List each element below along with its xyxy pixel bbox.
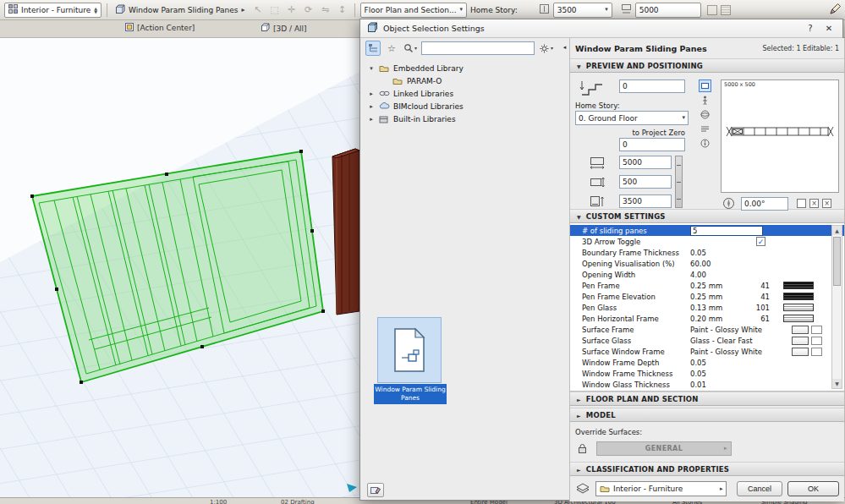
section-model[interactable]: MODEL: [570, 408, 844, 422]
flip-x-option-icon[interactable]: ×: [809, 199, 819, 208]
setting-row[interactable]: Pen Glass0.13 mm101: [570, 302, 844, 313]
pen-swatch[interactable]: [783, 304, 814, 311]
cabinet-object[interactable]: [332, 149, 359, 315]
tree-item[interactable]: ▸Built-in Libraries: [360, 112, 559, 125]
library-search-input[interactable]: [421, 41, 535, 55]
help-button[interactable]: ?: [804, 22, 817, 36]
home-story-dropdown[interactable]: 0. Ground Floor: [575, 111, 689, 125]
arrow-tool-icon[interactable]: ↖: [251, 3, 265, 17]
project-zero-field[interactable]: 0: [619, 138, 685, 151]
tree-expander-icon[interactable]: ▸: [367, 116, 376, 123]
setting-row[interactable]: Window Frame Depth0.05: [570, 357, 844, 368]
mirror-option-box-icon[interactable]: [797, 199, 806, 208]
collapse-pane-button[interactable]: [561, 41, 568, 53]
cancel-button[interactable]: Cancel: [737, 481, 782, 496]
move-tool-icon[interactable]: ✛: [285, 3, 299, 17]
info-button[interactable]: [699, 137, 711, 150]
setting-row[interactable]: Window Glass Thickness0.01: [570, 379, 844, 390]
height-field[interactable]: 3500: [553, 3, 612, 18]
setting-checkbox[interactable]: ✓: [756, 237, 765, 246]
tree-expander-icon[interactable]: ▸: [367, 103, 376, 110]
elevate-tool-icon[interactable]: ↕: [336, 3, 349, 17]
tree-item[interactable]: ▸Linked Libraries: [360, 87, 559, 100]
setting-row[interactable]: # of sliding panes5: [570, 225, 844, 236]
selected-object-label[interactable]: Window Param Sliding Panes: [374, 384, 447, 404]
tree-expander-icon[interactable]: ▸: [367, 90, 376, 97]
scroll-up-icon[interactable]: ▲: [832, 226, 842, 235]
setting-row[interactable]: Pen Frame0.25 mm41: [570, 280, 844, 291]
mirror-tool-icon[interactable]: ⇋: [319, 3, 332, 17]
selected-object-thumbnail[interactable]: [377, 317, 442, 383]
flip-y-option-icon[interactable]: ×: [822, 199, 831, 208]
layer-dropdown[interactable]: Interior - Furniture: [595, 481, 727, 496]
view-mode-front-button[interactable]: [699, 79, 711, 92]
dimension-link-control[interactable]: [675, 156, 683, 208]
sill-field[interactable]: 5000: [635, 3, 701, 18]
tree-item[interactable]: PARAM-O: [360, 74, 559, 87]
view-mode-3d-button[interactable]: [699, 108, 711, 121]
view-selector[interactable]: Floor Plan and Section...: [360, 3, 468, 18]
setting-row[interactable]: Window Frame Thickness0.05: [570, 368, 844, 379]
setting-row[interactable]: Opening Visualisation (%)60.00: [570, 258, 844, 269]
action-center-tab[interactable]: [Action Center]: [125, 23, 195, 33]
pen-swatch[interactable]: [783, 282, 814, 289]
elevation-field[interactable]: 0: [619, 79, 685, 93]
view-mode-section-button[interactable]: [699, 123, 711, 135]
element-info-selector[interactable]: Window Param Sliding Panes: [112, 3, 247, 18]
scroll-down-icon[interactable]: ▼: [832, 379, 842, 388]
lock-icon[interactable]: [575, 441, 590, 456]
scroll-thumb[interactable]: [833, 237, 841, 286]
tree-view-button[interactable]: [365, 41, 381, 56]
depth-field[interactable]: 500: [619, 175, 672, 189]
setting-row[interactable]: Surface FramePaint - Glossy White: [570, 324, 844, 335]
option-box-icon-b[interactable]: [721, 5, 731, 15]
ok-button[interactable]: OK: [787, 481, 839, 496]
height-field[interactable]: 3500: [619, 194, 672, 208]
pen-swatch[interactable]: [783, 315, 814, 322]
settings-scrollbar[interactable]: ▲ ▼: [831, 225, 842, 389]
close-button[interactable]: ✕: [822, 22, 836, 36]
favorites-selector[interactable]: Interior - Furniture ▲▼: [4, 3, 102, 18]
element-next-icon[interactable]: [241, 7, 244, 14]
surface-picker-box[interactable]: [811, 348, 822, 356]
dialog-titlebar[interactable]: Object Selection Settings ? ✕: [360, 19, 842, 38]
surface-picker-box[interactable]: [811, 326, 822, 334]
object-preview-box[interactable]: 5000 x 500: [721, 79, 839, 193]
view-3d-tab[interactable]: [3D / All]: [261, 23, 307, 34]
statusbar-item[interactable]: 02 Drafting: [281, 499, 315, 504]
statusbar-item[interactable]: 1:100: [210, 499, 227, 504]
tree-expander-icon[interactable]: ▾: [367, 65, 376, 72]
rotate-tool-icon[interactable]: ⟳: [302, 3, 316, 17]
view-mode-person-button[interactable]: [699, 94, 711, 107]
tree-item[interactable]: ▸BIMcloud Libraries: [360, 100, 559, 112]
elevation-anchor-icon[interactable]: [579, 78, 604, 100]
3d-viewport[interactable]: [0, 38, 359, 497]
setting-row[interactable]: Surface GlassGlass - Clear Fast: [570, 335, 844, 346]
surface-picker-box[interactable]: [811, 337, 822, 345]
setting-row[interactable]: Opening Width4.00: [570, 269, 844, 280]
option-box-icon-a[interactable]: [707, 5, 717, 15]
setting-row[interactable]: Pen Frame Elevation0.25 mm41: [570, 291, 844, 302]
setting-row[interactable]: 3D Arrow Toggle✓: [570, 236, 844, 247]
setting-row[interactable]: Pen Horizontal Frame0.20 mm61: [570, 313, 844, 324]
setting-row[interactable]: Surface Window FramePaint - Glossy White: [570, 346, 844, 357]
library-settings-gear-button[interactable]: [538, 41, 554, 56]
favorites-spinner-icon[interactable]: ▲▼: [94, 7, 97, 14]
setting-edit-field[interactable]: 5: [690, 226, 763, 236]
edit-pencil-icon[interactable]: [829, 3, 841, 17]
section-custom-settings[interactable]: CUSTOM SETTINGS: [570, 209, 844, 223]
rotation-angle-field[interactable]: 0.00°: [741, 197, 788, 211]
tree-item[interactable]: ▾Embedded Library: [360, 62, 559, 74]
section-classification[interactable]: CLASSIFICATION AND PROPERTIES: [570, 462, 844, 476]
setting-row[interactable]: Boundary Frame Thickness0.05: [570, 247, 844, 258]
width-field[interactable]: 5000: [619, 156, 672, 169]
surface-swatch[interactable]: [792, 326, 809, 334]
favorites-star-button[interactable]: ☆: [384, 41, 399, 56]
section-preview-positioning[interactable]: PREVIEW AND POSITIONING: [570, 58, 844, 73]
surface-swatch[interactable]: [792, 337, 809, 345]
marquee-tool-icon[interactable]: ⬚: [268, 3, 282, 17]
settings-popup-button[interactable]: [367, 483, 384, 497]
surface-swatch[interactable]: [792, 348, 809, 356]
pen-swatch[interactable]: [783, 293, 814, 300]
search-mode-button[interactable]: [403, 41, 418, 56]
